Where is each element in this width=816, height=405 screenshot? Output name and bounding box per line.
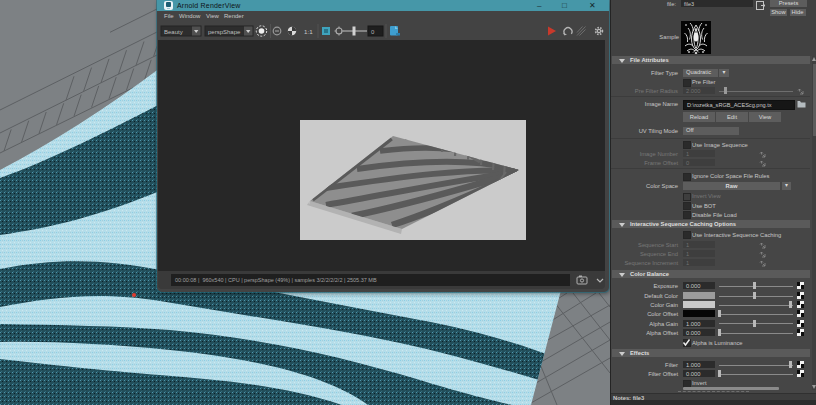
svg-text:Beauty: Beauty <box>164 29 183 35</box>
svg-text:1:1: 1:1 <box>304 28 313 35</box>
svg-text:perspShape: perspShape <box>208 29 241 35</box>
